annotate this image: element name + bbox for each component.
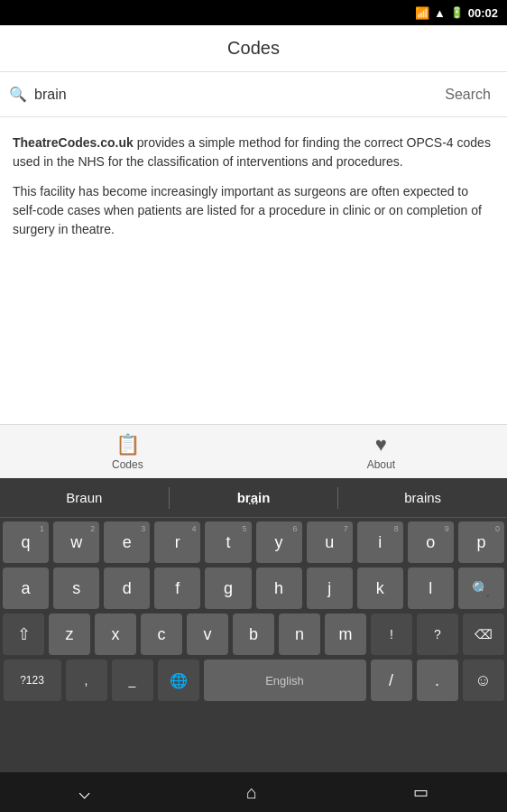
- key-symbols[interactable]: ?123: [4, 660, 61, 701]
- key-search[interactable]: 🔍: [458, 567, 504, 609]
- key-q-number: 1: [40, 524, 44, 533]
- key-e[interactable]: 3e: [104, 521, 150, 563]
- recents-button[interactable]: ▭: [413, 782, 429, 802]
- nav-label-about: About: [367, 458, 395, 471]
- suggestions-bar: Braun brain brains: [0, 478, 507, 518]
- key-y-number: 6: [293, 524, 298, 533]
- home-button[interactable]: ⌂: [246, 782, 257, 803]
- key-y[interactable]: 6y: [256, 521, 302, 563]
- brand-name: TheatreCodes.co.uk: [13, 135, 134, 150]
- key-r-number: 4: [191, 524, 196, 533]
- system-nav-bar: ⌵ ⌂ ▭: [0, 772, 507, 812]
- search-button[interactable]: Search: [438, 83, 498, 106]
- key-u-number: 7: [344, 524, 348, 533]
- bluetooth-icon: 📶: [415, 6, 429, 20]
- key-u[interactable]: 7u: [307, 521, 353, 563]
- battery-icon: 🔋: [450, 6, 464, 19]
- title-bar: Codes: [0, 25, 507, 72]
- key-exclaim[interactable]: !: [371, 614, 412, 655]
- suggestion-brain[interactable]: brain: [170, 484, 338, 511]
- keys-row-2: a s d f g h j k l 🔍: [3, 567, 504, 609]
- key-f[interactable]: f: [154, 567, 200, 609]
- back-button[interactable]: ⌵: [78, 780, 90, 804]
- search-bar: 🔍 Search: [0, 72, 507, 117]
- key-backspace[interactable]: ⌫: [463, 614, 504, 655]
- key-r[interactable]: 4r: [154, 521, 200, 563]
- key-h[interactable]: h: [256, 567, 302, 609]
- suggestion-brains[interactable]: brains: [338, 484, 507, 511]
- description-paragraph-2: This facility has become increasingly im…: [13, 182, 494, 239]
- search-input[interactable]: [34, 87, 430, 103]
- key-m[interactable]: m: [325, 614, 366, 655]
- key-t[interactable]: 5t: [205, 521, 251, 563]
- key-dot[interactable]: .: [417, 660, 458, 701]
- key-p[interactable]: 0p: [458, 521, 504, 563]
- key-o-number: 9: [445, 524, 449, 533]
- search-icon: 🔍: [9, 86, 27, 103]
- key-j[interactable]: j: [307, 567, 353, 609]
- key-x[interactable]: x: [95, 614, 136, 655]
- key-comma[interactable]: ,: [66, 660, 107, 701]
- bottom-nav: 📋 Codes ♥ About: [0, 424, 507, 478]
- key-k[interactable]: k: [357, 567, 403, 609]
- nav-item-codes[interactable]: 📋 Codes: [112, 433, 143, 471]
- key-w-number: 2: [90, 524, 95, 533]
- nav-label-codes: Codes: [112, 458, 143, 471]
- key-g[interactable]: g: [205, 567, 251, 609]
- key-b[interactable]: b: [233, 614, 274, 655]
- key-l[interactable]: l: [408, 567, 454, 609]
- key-emoji[interactable]: ☺: [463, 660, 504, 701]
- key-v[interactable]: v: [187, 614, 228, 655]
- key-c[interactable]: c: [141, 614, 182, 655]
- keys-row-4: ?123 , _ 🌐 English / . ☺: [3, 660, 504, 701]
- codes-icon: 📋: [115, 433, 140, 457]
- status-bar: 📶 ▲ 🔋 00:02: [0, 0, 507, 25]
- key-slash[interactable]: /: [371, 660, 412, 701]
- keys-section: 1q 2w 3e 4r 5t 6y 7u 8i 9o 0p a s d f g …: [0, 518, 507, 707]
- status-icons: 📶 ▲ 🔋 00:02: [415, 6, 498, 20]
- key-i-number: 8: [394, 524, 399, 533]
- page-title: Codes: [227, 38, 280, 59]
- key-globe[interactable]: 🌐: [158, 660, 199, 701]
- key-underscore[interactable]: _: [112, 660, 153, 701]
- key-space[interactable]: English: [204, 660, 366, 701]
- key-p-number: 0: [495, 524, 500, 533]
- keys-row-3: ⇧ z x c v b n m ! ? ⌫: [3, 614, 504, 655]
- key-shift[interactable]: ⇧: [3, 614, 44, 655]
- key-z[interactable]: z: [49, 614, 90, 655]
- suggestion-braun[interactable]: Braun: [0, 484, 169, 511]
- keys-row-1: 1q 2w 3e 4r 5t 6y 7u 8i 9o 0p: [3, 521, 504, 563]
- wifi-icon: ▲: [434, 6, 446, 20]
- keyboard: Braun brain brains 1q 2w 3e 4r 5t 6y 7u …: [0, 478, 507, 772]
- key-w[interactable]: 2w: [53, 521, 99, 563]
- main-content: TheatreCodes.co.uk provides a simple met…: [0, 117, 507, 259]
- key-e-number: 3: [141, 524, 145, 533]
- key-s[interactable]: s: [53, 567, 99, 609]
- key-d[interactable]: d: [104, 567, 150, 609]
- about-icon: ♥: [375, 433, 387, 457]
- nav-item-about[interactable]: ♥ About: [367, 433, 395, 471]
- key-n[interactable]: n: [279, 614, 320, 655]
- key-a[interactable]: a: [3, 567, 49, 609]
- description-paragraph-1: TheatreCodes.co.uk provides a simple met…: [13, 134, 494, 171]
- key-t-number: 5: [242, 524, 246, 533]
- status-time: 00:02: [468, 6, 498, 20]
- key-i[interactable]: 8i: [357, 521, 403, 563]
- key-question[interactable]: ?: [417, 614, 458, 655]
- key-q[interactable]: 1q: [3, 521, 49, 563]
- key-o[interactable]: 9o: [408, 521, 454, 563]
